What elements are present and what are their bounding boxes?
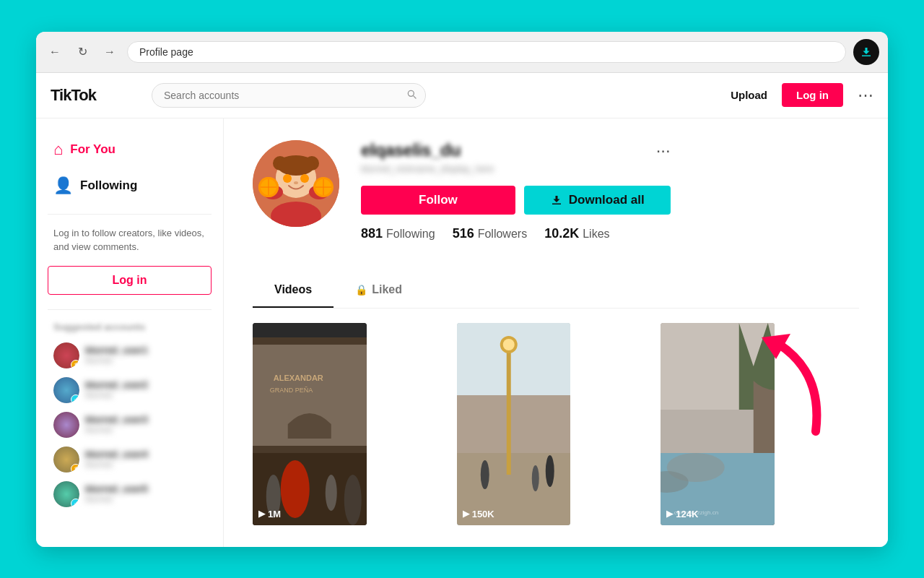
svg-point-29 <box>326 475 337 511</box>
back-button[interactable]: ← <box>45 42 65 62</box>
svg-point-30 <box>344 475 362 525</box>
follow-button[interactable]: Follow <box>361 186 515 215</box>
play-icon-2: ▶ <box>463 509 469 519</box>
stat-following: 881 Following <box>361 226 435 241</box>
profile-more-button[interactable]: ··· <box>656 140 671 160</box>
nav-right: Upload Log in ⋯ <box>731 83 873 107</box>
svg-point-18 <box>283 174 292 183</box>
sidebar-avatar-3 <box>53 412 79 438</box>
followers-count: 516 <box>453 226 474 241</box>
svg-text:ALEXANDAR: ALEXANDAR <box>274 374 323 382</box>
sidebar-nickname-2: blurred <box>85 390 206 400</box>
likes-label: Likes <box>583 228 609 241</box>
svg-point-19 <box>300 174 309 183</box>
browser-window: ← ↻ → TikTok <box>36 32 888 547</box>
profile-stats: 881 Following 516 Followers 10.2K Likes <box>361 226 671 241</box>
video-section: ALEXANDAR GRAND PEÑA <box>253 323 859 525</box>
sidebar-login-text: Log in to follow creators, like videos, … <box>48 226 212 254</box>
sidebar-user-1[interactable]: ★ blurred_user1 blurred <box>48 338 212 373</box>
sidebar-user-3[interactable]: blurred_user3 blurred <box>48 407 212 442</box>
blue-badge-5: ✓ <box>71 499 79 507</box>
sidebar-username-4: blurred_user4 <box>85 449 206 460</box>
browser-download-button[interactable] <box>853 39 879 65</box>
sidebar-nickname-1: blurred <box>85 355 206 366</box>
video-card-2[interactable]: ▶ 150K <box>457 323 571 525</box>
svg-text:GRAND PEÑA: GRAND PEÑA <box>270 387 313 394</box>
sidebar-avatar-4: ★ <box>53 447 79 473</box>
video-overlay-2: ▶ 150K <box>463 509 494 519</box>
sidebar-label-foryou: For You <box>70 142 116 157</box>
sidebar-user-2[interactable]: ✓ blurred_user2 blurred <box>48 373 212 407</box>
profile-info: elqaselis_du blurred_nickname_display_he… <box>361 140 671 256</box>
view-count-1: 1M <box>268 509 281 519</box>
video-card-1[interactable]: ALEXANDAR GRAND PEÑA <box>253 323 367 525</box>
video-grid: ALEXANDAR GRAND PEÑA <box>253 323 859 525</box>
likes-count: 10.2K <box>544 226 579 241</box>
svg-rect-33 <box>457 395 571 453</box>
tab-videos[interactable]: Videos <box>253 273 334 308</box>
upload-button[interactable]: Upload <box>731 89 767 101</box>
app-content: TikTok Upload Log in ⋯ <box>36 73 888 547</box>
sidebar-login-button[interactable]: Log in <box>48 266 212 295</box>
sidebar: ⌂ For You 👤 Following Log in to follow c… <box>36 118 224 547</box>
profile-header-row: elqaselis_du blurred_nickname_display_he… <box>253 140 859 273</box>
main-layout: ⌂ For You 👤 Following Log in to follow c… <box>36 118 888 547</box>
search-bar-wrapper <box>152 83 426 108</box>
video-thumbnail-3: chiema.zzzigh.cn <box>661 323 775 525</box>
svg-point-38 <box>480 460 489 489</box>
play-icon-3: ▶ <box>666 509 673 519</box>
search-button[interactable] <box>406 88 417 103</box>
following-icon: 👤 <box>53 176 73 195</box>
tiktok-logo-svg: TikTok <box>51 82 130 105</box>
sidebar-divider-2 <box>48 309 212 310</box>
profile-avatar <box>253 140 339 227</box>
sidebar-user-5[interactable]: ✓ blurred_user5 blurred <box>48 477 212 512</box>
profile-actions: Follow Download all <box>361 186 671 215</box>
avatar-illustration <box>253 140 339 227</box>
suggested-accounts-label: Suggested accounts <box>48 322 212 332</box>
profile-username: elqaselis_du <box>361 140 494 160</box>
download-icon <box>860 46 873 59</box>
profile-area: elqaselis_du blurred_nickname_display_he… <box>224 118 888 547</box>
login-button[interactable]: Log in <box>782 83 843 107</box>
play-icon-1: ▶ <box>258 509 265 519</box>
sidebar-divider <box>48 214 212 215</box>
sidebar-user-info-4: blurred_user4 blurred <box>85 449 206 470</box>
svg-point-40 <box>545 455 554 487</box>
lock-icon: 🔒 <box>355 284 367 296</box>
tab-liked[interactable]: 🔒 Liked <box>334 273 424 308</box>
video-card-3[interactable]: chiema.zzzigh.cn ▶ 124K <box>661 323 775 525</box>
sidebar-user-info-2: blurred_user2 blurred <box>85 379 206 400</box>
sidebar-username-1: blurred_user1 <box>85 345 206 355</box>
svg-point-39 <box>531 465 539 491</box>
svg-point-20 <box>294 181 298 184</box>
forward-button[interactable]: → <box>100 42 120 62</box>
svg-rect-35 <box>506 345 510 475</box>
sidebar-user-info-5: blurred_user5 blurred <box>85 483 206 504</box>
download-all-icon <box>550 194 563 207</box>
search-input[interactable] <box>152 83 426 108</box>
top-nav: TikTok Upload Log in ⋯ <box>36 73 888 118</box>
sidebar-label-following: Following <box>80 178 137 193</box>
blue-badge-2: ✓ <box>71 394 79 403</box>
browser-chrome: ← ↻ → <box>36 32 888 73</box>
sidebar-user-4[interactable]: ★ blurred_user4 blurred <box>48 442 212 477</box>
svg-text:TikTok: TikTok <box>51 86 97 104</box>
sidebar-username-3: blurred_user3 <box>85 414 206 425</box>
following-count: 881 <box>361 226 383 241</box>
more-options-button[interactable]: ⋯ <box>858 86 873 105</box>
tiktok-logo: TikTok <box>51 82 137 109</box>
stat-followers: 516 Followers <box>453 226 528 241</box>
sidebar-item-following[interactable]: 👤 Following <box>48 169 212 202</box>
svg-point-6 <box>277 155 315 176</box>
view-count-3: 124K <box>676 509 698 519</box>
reload-button[interactable]: ↻ <box>72 42 92 62</box>
search-icon <box>406 88 417 100</box>
download-all-button[interactable]: Download all <box>524 186 671 215</box>
address-bar[interactable] <box>127 41 846 63</box>
following-label: Following <box>386 228 435 241</box>
sidebar-nickname-5: blurred <box>85 494 206 504</box>
profile-avatar-placeholder <box>253 140 339 227</box>
sidebar-item-foryou[interactable]: ⌂ For You <box>48 133 212 166</box>
sidebar-avatar-5: ✓ <box>53 481 79 507</box>
